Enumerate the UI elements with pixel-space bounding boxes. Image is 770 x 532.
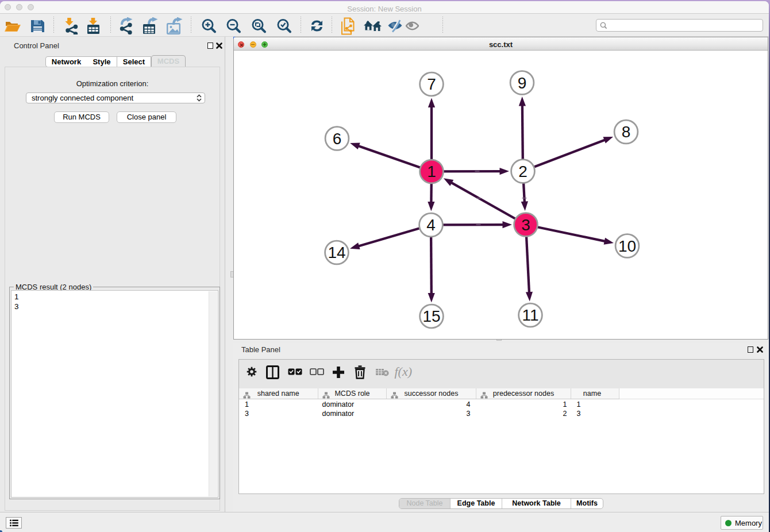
svg-text:2: 2 (518, 162, 528, 180)
svg-text:9: 9 (517, 74, 526, 91)
svg-text:3: 3 (521, 215, 530, 233)
svg-text:14: 14 (328, 244, 345, 261)
svg-text:1: 1 (427, 163, 436, 180)
svg-text:7: 7 (427, 75, 436, 93)
svg-text:15: 15 (422, 307, 440, 325)
svg-text:6: 6 (332, 129, 341, 147)
svg-text:4: 4 (426, 216, 436, 234)
svg-text:11: 11 (522, 306, 538, 324)
svg-text:10: 10 (618, 237, 636, 255)
svg-text:8: 8 (621, 123, 630, 141)
